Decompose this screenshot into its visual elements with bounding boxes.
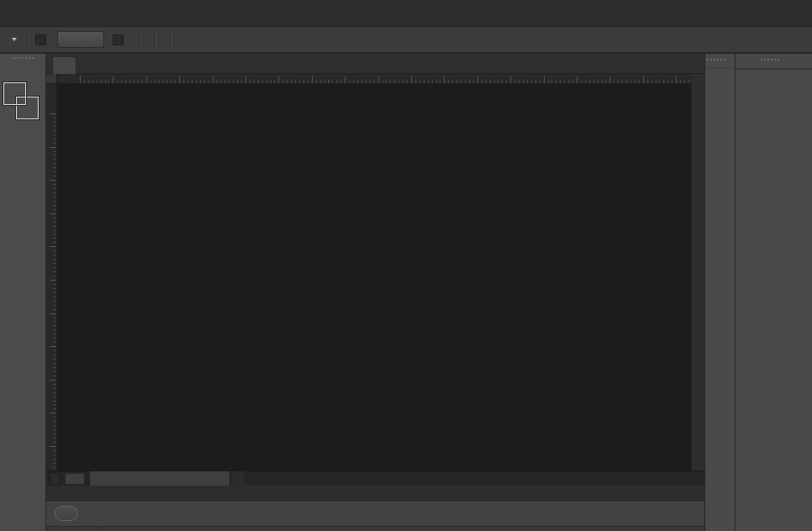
vertical-scrollbar[interactable] — [691, 74, 704, 471]
document-tab[interactable] — [52, 56, 76, 74]
divider — [27, 29, 29, 50]
panel-grip[interactable] — [12, 57, 34, 60]
column-divider — [99, 526, 100, 531]
checkbox-icon[interactable] — [113, 34, 124, 45]
panel-grip[interactable] — [761, 59, 779, 60]
status-menu-button[interactable] — [231, 471, 245, 486]
current-tool-button[interactable] — [4, 38, 20, 41]
foreground-color-swatch[interactable] — [3, 82, 26, 105]
panel-grip[interactable] — [707, 59, 725, 60]
labeled-panel-buttons — [736, 69, 812, 70]
adobe-drive-button[interactable] — [65, 473, 85, 485]
status-bar — [46, 471, 704, 486]
tools-panel — [0, 54, 46, 531]
measurement-log-panel — [46, 486, 704, 531]
record-measurements-button[interactable] — [55, 506, 78, 521]
tool-options-bar — [0, 27, 812, 54]
ruler-corner[interactable] — [46, 74, 57, 84]
document-area — [46, 54, 704, 486]
divider — [140, 29, 141, 50]
maximize-button[interactable] — [748, 6, 770, 20]
icon-panel-dock — [704, 54, 736, 531]
color-swatches-widget — [0, 81, 45, 124]
divider — [170, 29, 171, 50]
window-controls — [714, 6, 804, 20]
document-tab-bar — [46, 54, 704, 74]
log-list-area — [46, 526, 704, 531]
close-button[interactable] — [782, 6, 804, 20]
auto-select-checkbox[interactable] — [35, 34, 50, 45]
measurement-log-content — [46, 502, 704, 531]
show-transform-checkbox[interactable] — [113, 34, 128, 45]
dock-header — [705, 54, 735, 69]
labeled-panel-dock — [736, 54, 812, 531]
bottom-panel-tabs — [46, 486, 704, 502]
canvas-viewport[interactable] — [57, 84, 691, 471]
horizontal-ruler[interactable] — [57, 74, 704, 84]
right-panel-docks — [704, 54, 812, 531]
menu-bar — [0, 0, 812, 27]
auto-select-target-dropdown[interactable] — [57, 31, 104, 48]
photoshop-window — [0, 0, 812, 531]
document-size-info[interactable] — [90, 471, 229, 486]
checkbox-icon[interactable] — [35, 34, 46, 45]
divider — [155, 29, 156, 50]
minimize-button[interactable] — [714, 6, 736, 20]
chevron-down-icon — [12, 38, 17, 41]
dock-header — [736, 54, 812, 69]
vertical-ruler[interactable] — [46, 84, 57, 471]
zoom-level-field[interactable] — [50, 472, 60, 485]
